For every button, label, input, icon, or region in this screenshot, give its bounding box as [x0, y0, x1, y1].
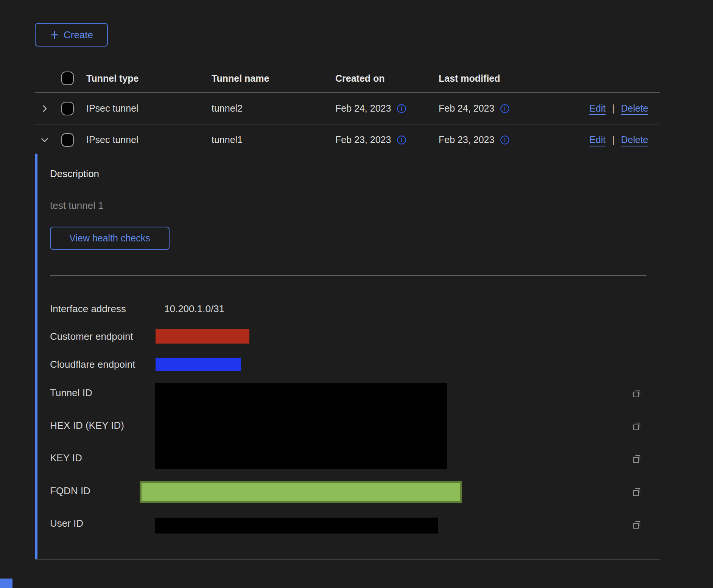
last-modified-info-button[interactable] [500, 135, 510, 145]
create-button[interactable]: Create [35, 23, 108, 47]
description-value: test tunnel 1 [50, 200, 104, 212]
create-button-label: Create [64, 29, 93, 41]
copy-icon [631, 388, 643, 399]
delete-link[interactable]: Delete [621, 134, 648, 145]
interface-address-value: 10.200.1.0/31 [164, 303, 224, 315]
created-on-info-button[interactable] [397, 135, 406, 145]
copy-icon [631, 519, 643, 530]
customer-endpoint-redaction [156, 329, 249, 344]
info-icon [397, 135, 406, 145]
expand-row-button[interactable] [40, 104, 49, 113]
delete-link[interactable]: Delete [621, 103, 648, 114]
expanded-panel-accent-border [35, 154, 37, 560]
edit-link[interactable]: Edit [589, 103, 606, 114]
chevron-down-icon [40, 135, 49, 145]
copy-icon [631, 453, 643, 465]
copy-user-id-button[interactable] [631, 519, 643, 530]
view-health-checks-button[interactable]: View health checks [50, 227, 170, 250]
column-header-tunnel-type: Tunnel type [86, 73, 212, 84]
interface-address-label: Interface address [50, 303, 126, 315]
description-heading: Description [50, 168, 99, 180]
info-icon [500, 104, 510, 114]
info-icon [397, 104, 406, 114]
column-header-tunnel-name: Tunnel name [212, 73, 335, 84]
plus-icon [50, 30, 59, 40]
corner-blue-fragment [0, 579, 12, 588]
created-on-info-button[interactable] [397, 104, 406, 114]
cloudflare-endpoint-label: Cloudflare endpoint [50, 359, 135, 370]
last-modified-cell: Feb 23, 2023 [439, 134, 494, 145]
row-checkbox[interactable] [61, 133, 74, 147]
row-checkbox[interactable] [61, 102, 74, 115]
column-header-created-on: Created on [335, 73, 439, 84]
copy-fqdn-id-button[interactable] [631, 486, 643, 498]
tunnel-name-cell: tunnel1 [212, 134, 335, 145]
table-row: IPsec tunnel tunnel2 Feb 24, 2023 Feb 24… [35, 93, 660, 124]
select-all-checkbox[interactable] [61, 72, 74, 85]
fqdn-id-redaction [140, 481, 462, 503]
tunnel-id-label: Tunnel ID [50, 387, 92, 399]
last-modified-cell: Feb 24, 2023 [439, 103, 494, 114]
column-header-last-modified: Last modified [439, 73, 584, 84]
copy-icon [631, 421, 643, 432]
tunnel-type-cell: IPsec tunnel [86, 134, 212, 145]
fqdn-id-label: FQDN ID [50, 485, 90, 497]
info-icon [500, 135, 510, 145]
copy-hex-id-button[interactable] [631, 421, 643, 432]
table-row: IPsec tunnel tunnel1 Feb 23, 2023 Feb 23… [35, 124, 660, 155]
collapse-row-button[interactable] [40, 135, 49, 145]
hex-id-label: HEX ID (KEY ID) [50, 420, 124, 431]
chevron-right-icon [40, 104, 49, 113]
table-header-row: Tunnel type Tunnel name Created on Last … [35, 64, 660, 93]
section-divider [50, 275, 646, 275]
copy-tunnel-id-button[interactable] [631, 388, 643, 399]
last-modified-info-button[interactable] [500, 104, 510, 114]
copy-key-id-button[interactable] [631, 453, 643, 465]
panel-bottom-divider [35, 559, 660, 560]
key-id-label: KEY ID [50, 452, 82, 464]
action-separator: | [612, 134, 615, 145]
tunnels-page: Create Tunnel type Tunnel name Created o… [0, 0, 713, 588]
ids-redaction-block [155, 383, 447, 469]
tunnel-name-cell: tunnel2 [212, 103, 335, 114]
tunnels-table: Tunnel type Tunnel name Created on Last … [35, 64, 660, 155]
cloudflare-endpoint-redaction [156, 358, 241, 371]
created-on-cell: Feb 23, 2023 [335, 134, 391, 145]
action-separator: | [612, 103, 615, 114]
user-id-redaction [155, 518, 438, 534]
created-on-cell: Feb 24, 2023 [335, 103, 391, 114]
edit-link[interactable]: Edit [589, 134, 606, 145]
copy-icon [631, 486, 643, 498]
customer-endpoint-label: Customer endpoint [50, 331, 133, 342]
user-id-label: User ID [50, 518, 83, 529]
tunnel-type-cell: IPsec tunnel [86, 103, 212, 114]
